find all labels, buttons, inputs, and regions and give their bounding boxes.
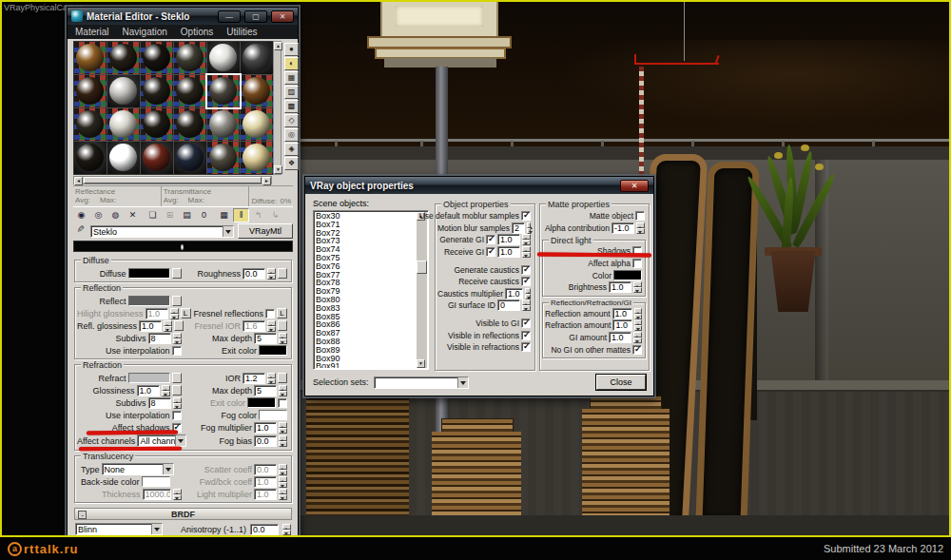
backside-color-swatch[interactable] xyxy=(142,476,170,487)
dialog-close-icon[interactable]: ✕ xyxy=(620,180,649,192)
scroll-left-icon[interactable]: ◄ xyxy=(74,177,83,185)
matte-object-checkbox[interactable] xyxy=(635,211,645,221)
dialog-titlebar[interactable]: VRay object properties ✕ xyxy=(305,177,653,194)
options-icon[interactable]: ◎ xyxy=(284,128,299,142)
material-sample-slot[interactable] xyxy=(141,142,173,174)
fresnel-ior-map-button[interactable] xyxy=(278,320,287,331)
refr-max-depth-spinner[interactable] xyxy=(279,385,287,396)
refl-max-depth-field[interactable]: 5 xyxy=(254,333,277,344)
material-sample-slot[interactable] xyxy=(241,108,273,141)
gi-surface-id-field[interactable]: 0 xyxy=(497,299,520,311)
material-sample-slot[interactable] xyxy=(107,142,140,174)
thickness-spinner[interactable] xyxy=(173,489,182,500)
roughness-field[interactable]: 0.0 xyxy=(243,268,265,280)
refl-exit-color-swatch[interactable] xyxy=(259,345,287,356)
make-material-copy-icon[interactable]: ❏ xyxy=(145,208,161,222)
material-sample-slot[interactable] xyxy=(107,42,140,74)
reflect-color-swatch[interactable] xyxy=(128,296,170,306)
refract-color-swatch[interactable] xyxy=(128,373,170,383)
refract-map-button[interactable] xyxy=(172,373,182,383)
visible-in-refractions-checkbox[interactable] xyxy=(521,342,531,352)
refr-exit-color-swatch[interactable] xyxy=(247,397,276,408)
video-color-check-icon[interactable]: ▩ xyxy=(284,100,299,113)
dropdown-arrow-icon[interactable] xyxy=(457,377,468,388)
list-scrollbar[interactable]: ▲ ▼ xyxy=(417,212,427,368)
material-name-dropdown[interactable]: Steklo xyxy=(90,225,234,238)
reflection-amount-spinner[interactable] xyxy=(634,308,642,319)
maximize-button[interactable]: ▢ xyxy=(244,10,267,23)
material-sample-slot[interactable] xyxy=(207,42,240,74)
material-sample-slot[interactable] xyxy=(241,75,273,107)
gi-amount-field[interactable]: 1.0 xyxy=(609,332,631,343)
scroll-thumb[interactable] xyxy=(417,261,427,274)
generate-gi-checkbox[interactable] xyxy=(486,235,495,244)
refl-subdivs-spinner[interactable] xyxy=(173,333,182,344)
affect-channels-dropdown[interactable]: All channel xyxy=(137,434,186,447)
material-sample-slot[interactable] xyxy=(174,75,206,107)
material-sample-slot[interactable] xyxy=(207,75,240,107)
material-sample-slot[interactable] xyxy=(107,108,140,141)
menu-item[interactable]: Utilities xyxy=(226,27,257,37)
material-sample-slot[interactable] xyxy=(174,142,206,174)
fresnel-lock-button[interactable]: L xyxy=(277,308,287,319)
scroll-down-icon[interactable]: ▼ xyxy=(274,165,282,174)
refl-use-interpolation-checkbox[interactable] xyxy=(172,346,182,356)
caustics-multiplier-spinner[interactable] xyxy=(525,288,531,299)
material-sample-slot[interactable] xyxy=(141,75,173,107)
fresnel-reflections-checkbox[interactable] xyxy=(265,309,275,319)
generate-caustics-checkbox[interactable] xyxy=(521,265,531,275)
material-sample-slot[interactable] xyxy=(74,75,107,107)
slots-vertical-scrollbar[interactable]: ▲ ▼ xyxy=(273,41,281,175)
dialog-close-button[interactable]: Close xyxy=(596,375,646,390)
assign-material-to-selection-icon[interactable]: ◍ xyxy=(107,208,124,222)
dropdown-arrow-icon[interactable] xyxy=(175,435,185,446)
gi-surface-id-spinner[interactable] xyxy=(522,299,531,311)
refraction-amount-spinner[interactable] xyxy=(634,319,642,331)
fwd-bck-coeff-spinner[interactable] xyxy=(279,476,287,488)
go-forward-sibling-icon[interactable]: ↳ xyxy=(267,208,283,222)
menu-item[interactable]: Navigation xyxy=(123,27,167,37)
make-unique-icon[interactable]: ⊞ xyxy=(162,208,178,222)
collapse-icon[interactable]: - xyxy=(78,511,87,519)
roughness-map-button[interactable] xyxy=(278,268,287,279)
background-icon[interactable]: ▦ xyxy=(284,71,299,85)
fog-multiplier-field[interactable]: 1.0 xyxy=(254,422,277,434)
material-id-channel-icon[interactable]: 0 xyxy=(196,208,212,222)
material-sample-slot[interactable] xyxy=(241,42,273,74)
material-sample-slot[interactable] xyxy=(107,75,140,107)
refr-use-interpolation-checkbox[interactable] xyxy=(172,411,182,420)
refl-glossiness-field[interactable]: 1.0 xyxy=(139,320,162,332)
hilight-lock-button[interactable]: L xyxy=(181,308,191,319)
use-default-moblur-checkbox[interactable] xyxy=(521,211,531,221)
alpha-contribution-spinner[interactable] xyxy=(636,222,645,234)
visible-to-gi-checkbox[interactable] xyxy=(521,319,531,328)
receive-caustics-checkbox[interactable] xyxy=(521,277,531,286)
scene-object-item[interactable]: Box91 xyxy=(316,362,416,368)
no-gi-other-mattes-checkbox[interactable] xyxy=(632,345,642,355)
material-sample-slot[interactable] xyxy=(174,108,206,141)
brdf-type-dropdown[interactable]: Blinn xyxy=(75,523,163,535)
material-sample-slot[interactable] xyxy=(207,142,240,174)
gi-amount-spinner[interactable] xyxy=(633,332,642,343)
material-sample-slot[interactable] xyxy=(74,108,107,141)
material-editor-titlebar[interactable]: Material Editor - Steklo — ▢ ✕ xyxy=(68,8,298,25)
fog-bias-spinner[interactable] xyxy=(279,435,287,447)
refr-max-depth-field[interactable]: 5 xyxy=(254,385,277,396)
refl-glossiness-spinner[interactable] xyxy=(164,320,172,332)
generate-gi-field[interactable]: 1.0 xyxy=(497,234,520,245)
caustics-multiplier-field[interactable]: 1.0 xyxy=(505,288,523,299)
light-multiplier-spinner[interactable] xyxy=(279,489,287,500)
minimize-button[interactable]: — xyxy=(218,10,241,23)
scroll-thumb[interactable] xyxy=(84,177,262,183)
scatter-coeff-spinner[interactable] xyxy=(279,464,287,475)
dropdown-arrow-icon[interactable] xyxy=(223,226,233,237)
refr-glossiness-spinner[interactable] xyxy=(162,385,170,396)
generate-gi-spinner[interactable] xyxy=(522,234,531,245)
refl-subdivs-field[interactable]: 8 xyxy=(148,333,171,344)
motion-blur-samples-field[interactable]: 2 xyxy=(512,222,525,234)
translucency-type-dropdown[interactable]: None xyxy=(102,463,174,475)
get-material-icon[interactable]: ◉ xyxy=(73,208,89,222)
refr-subdivs-field[interactable]: 8 xyxy=(148,397,171,409)
show-map-in-viewport-icon[interactable]: ▦ xyxy=(216,208,232,222)
material-sample-slot[interactable] xyxy=(74,42,107,74)
